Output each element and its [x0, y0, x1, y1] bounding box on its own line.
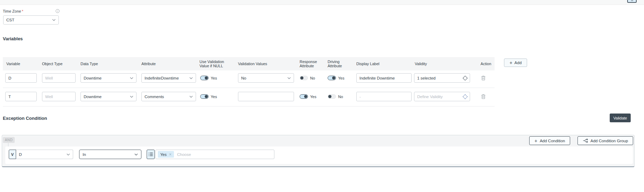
col-header-data-type: Data Type [80, 57, 98, 70]
col-header-object-type: Object Type [42, 57, 63, 70]
timezone-select[interactable]: CST [3, 15, 59, 25]
chevron-down-icon [130, 77, 133, 79]
plus-icon: + [534, 138, 537, 143]
response-attribute-toggle[interactable] [300, 76, 308, 80]
variable-input[interactable]: T [5, 92, 37, 101]
variables-config-page: Time Zone* i CST Variables Variable Obje… [0, 0, 644, 192]
table-row-2-display-label-cell: - [356, 92, 412, 101]
col-header-variable: Variable [6, 57, 20, 70]
table-row-1-use-validation-cell: Yes [200, 73, 217, 83]
toggle-label: Yes [338, 76, 344, 80]
data-type-select[interactable]: Downtime [80, 92, 136, 101]
add-condition-group-button[interactable]: Add Condition Group [578, 136, 633, 145]
condition-values-input[interactable]: Yes × Choose [155, 150, 274, 159]
table-row-2-validity-cell: Define Validity [414, 92, 470, 101]
toggle-label: No [310, 76, 315, 80]
add-variable-button[interactable]: + Add [504, 59, 527, 67]
table-row-1-object-type-cell: Well [42, 73, 76, 83]
branch-icon [583, 139, 588, 143]
remove-tag-icon[interactable]: × [169, 152, 172, 157]
col-header-validity: Validity [415, 57, 427, 70]
col-header-use-validation: Use Validation Value if NULL [200, 57, 228, 70]
data-type-select[interactable]: Downtime [80, 73, 136, 83]
table-row-1-action-cell [481, 73, 486, 83]
table-row-2-validation-values-cell [238, 92, 294, 101]
validity-select[interactable]: Define Validity [414, 92, 470, 101]
value-list-button[interactable] [147, 150, 155, 159]
condition-card: V D In Yes × Choose [5, 146, 633, 164]
table-row-1-attribute-cell: IndefiniteDowntime [141, 73, 196, 83]
table-row-1-validation-values-cell: No [238, 73, 294, 83]
table-row-2-use-validation-cell: Yes [200, 92, 217, 101]
display-label-input[interactable]: Indefinite Downtime [356, 73, 412, 83]
condition-variable-select[interactable]: D [16, 150, 73, 159]
variable-badge: V [9, 150, 16, 159]
chevron-down-icon [189, 96, 193, 98]
table-row-1-display-label-cell: Indefinite Downtime [356, 73, 412, 83]
toggle-label: No [338, 95, 343, 99]
list-icon [148, 152, 153, 156]
col-header-display-label: Display Label [356, 57, 379, 70]
col-header-response-attribute: Response Attribute [300, 57, 320, 70]
chevron-down-icon [52, 19, 56, 21]
attribute-select[interactable]: Comments [141, 92, 196, 101]
exception-condition-title: Exception Condition [3, 116, 47, 121]
trash-icon [481, 75, 486, 81]
collapse-button[interactable] [627, 0, 637, 3]
chevron-down-icon [287, 77, 291, 79]
table-row-2-object-type-cell: Well [42, 92, 76, 101]
attribute-select[interactable]: IndefiniteDowntime [141, 73, 196, 83]
col-header-attribute: Attribute [141, 57, 156, 70]
plus-icon: + [510, 60, 512, 65]
diamond-icon [463, 75, 468, 80]
variable-input[interactable]: D [5, 73, 37, 83]
validation-values-select[interactable]: No [238, 73, 294, 83]
top-bar [0, 0, 644, 5]
add-condition-button[interactable]: + Add Condition [529, 136, 570, 145]
display-label-input[interactable]: - [356, 92, 412, 101]
table-row-1-validity-cell: 1 selected [414, 73, 470, 83]
row-divider [3, 88, 495, 88]
table-row-1-variable-cell: D [5, 73, 37, 83]
chevron-down-icon [130, 96, 133, 98]
chevron-down-icon [66, 153, 70, 156]
col-header-validation-values: Validation Values [238, 57, 267, 70]
timezone-label: Time Zone* [3, 9, 23, 13]
use-validation-toggle[interactable] [200, 76, 209, 80]
group-operator-chip[interactable]: AND [3, 137, 15, 143]
placeholder-text: Define Validity [417, 95, 443, 99]
table-row-2-variable-cell: T [5, 92, 37, 101]
required-asterisk: * [22, 9, 23, 13]
table-row-2-driving-attribute-cell: No [328, 92, 343, 101]
variables-title: Variables [3, 36, 23, 41]
collapse-icon [631, 0, 633, 1]
driving-attribute-toggle[interactable] [328, 94, 336, 99]
validate-button[interactable]: Validate [610, 114, 631, 122]
use-validation-toggle[interactable] [200, 94, 209, 99]
values-placeholder: Choose [177, 152, 191, 157]
validity-select[interactable]: 1 selected [414, 73, 470, 83]
table-row-1-data-type-cell: Downtime [80, 73, 136, 83]
condition-row: V D In Yes × Choose [9, 150, 274, 159]
chevron-down-icon [189, 77, 193, 79]
condition-operator-select[interactable]: In [79, 150, 141, 159]
response-attribute-toggle[interactable] [300, 94, 308, 99]
col-header-driving-attribute: Driving Attribute [328, 57, 346, 70]
validation-values-input[interactable] [238, 92, 294, 101]
placeholder-text: - [359, 95, 361, 99]
timezone-value: CST [6, 18, 14, 22]
table-row-1-driving-attribute-cell: Yes [328, 73, 344, 83]
object-type-input[interactable]: Well [42, 73, 76, 83]
table-row-1-response-attribute-cell: No [300, 73, 315, 83]
delete-row-button[interactable] [481, 94, 486, 99]
delete-row-button[interactable] [481, 75, 486, 81]
table-row-2-data-type-cell: Downtime [80, 92, 136, 101]
toggle-label: Yes [211, 95, 217, 99]
value-tag: Yes × [158, 151, 174, 158]
col-header-action: Action [481, 57, 491, 70]
diamond-icon [463, 94, 468, 99]
table-row-2-attribute-cell: Comments [141, 92, 196, 101]
info-icon[interactable]: i [56, 9, 59, 13]
object-type-input[interactable]: Well [42, 92, 76, 101]
driving-attribute-toggle[interactable] [328, 76, 336, 80]
